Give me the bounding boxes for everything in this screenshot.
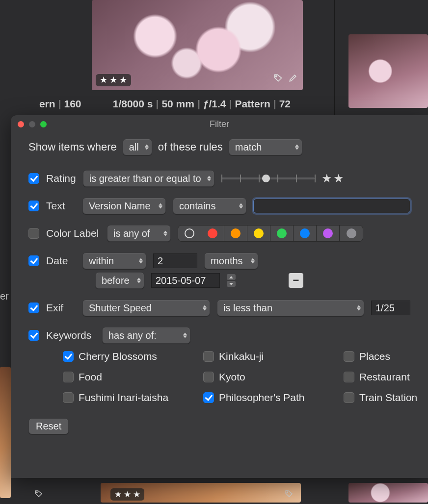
date-op-value: within — [89, 255, 114, 267]
date-value-input[interactable]: 2015-05-07 — [151, 273, 220, 288]
text-field-select[interactable]: Version Name — [82, 198, 166, 214]
panel-title: Filter — [210, 119, 229, 129]
window-minimize-button[interactable] — [29, 121, 35, 127]
quantifier-value: all — [129, 142, 139, 153]
star-icon: ★ — [119, 76, 127, 84]
date-stepper[interactable] — [227, 274, 236, 287]
thumbnail-right[interactable] — [348, 34, 428, 108]
exif-label: Exif — [46, 302, 76, 314]
panel-titlebar: Filter — [11, 115, 428, 133]
keyword-item: Fushimi Inari-taisha — [63, 392, 200, 403]
star-icon: ★ — [333, 172, 344, 185]
rating-overlay: ★ ★ ★ — [96, 74, 131, 86]
chevron-updown-icon — [139, 258, 143, 264]
exif-op-select[interactable]: is less than — [217, 300, 364, 316]
svg-point-2 — [287, 492, 288, 493]
tag-icon[interactable] — [285, 489, 294, 501]
swatch-purple[interactable] — [317, 226, 340, 241]
date-checkbox[interactable] — [28, 255, 39, 266]
keyword-checkbox[interactable] — [344, 372, 354, 382]
thumbnail-main[interactable]: ★ ★ ★ — [92, 0, 303, 90]
star-icon: ★ — [114, 489, 122, 500]
match-mode-value: match — [235, 142, 262, 153]
keywords-checkbox[interactable] — [28, 330, 39, 341]
chevron-updown-icon — [295, 145, 299, 150]
thumb-tag-icon-wrap — [285, 489, 294, 501]
keyword-checkbox[interactable] — [344, 351, 354, 362]
swatch-orange[interactable] — [224, 226, 247, 241]
rating-checkbox[interactable] — [28, 173, 39, 184]
thumbnail-bottom-right[interactable] — [348, 483, 428, 503]
edit-icon[interactable] — [288, 73, 298, 85]
keyword-checkbox[interactable] — [63, 392, 74, 403]
keyword-checkbox[interactable] — [63, 372, 74, 382]
rating-op-value: is greater than or equal to — [89, 173, 201, 184]
date-amount-input[interactable]: 2 — [153, 253, 197, 268]
svg-point-0 — [276, 76, 277, 77]
tag-icon[interactable] — [34, 489, 43, 501]
exif-field-value: Shutter Speed — [89, 302, 152, 314]
remove-rule-button[interactable]: − — [289, 273, 303, 288]
rating-slider[interactable] — [221, 173, 315, 184]
keyword-checkbox[interactable] — [203, 392, 214, 403]
metadata-frag: ern — [39, 98, 55, 109]
exif-field-select[interactable]: Shutter Speed — [82, 300, 210, 316]
text-op-select[interactable]: contains — [173, 198, 246, 214]
exif-checkbox[interactable] — [28, 302, 39, 313]
swatch-blue[interactable] — [294, 226, 317, 241]
star-icon: ★ — [133, 489, 140, 500]
date-unit-value: months — [211, 255, 243, 267]
text-value-input[interactable] — [253, 199, 410, 213]
keywords-op-select[interactable]: has any of: — [102, 327, 190, 344]
chevron-updown-icon — [137, 278, 141, 283]
keyword-label: Kinkaku-ji — [219, 351, 264, 362]
keyword-item: Kyoto — [203, 371, 341, 383]
rule-text: Text Version Name contains — [28, 198, 410, 214]
window-zoom-button[interactable] — [40, 121, 47, 127]
star-icon: ★ — [100, 76, 107, 84]
quantifier-select[interactable]: all — [123, 139, 152, 155]
swatch-red[interactable] — [201, 226, 224, 241]
keyword-checkbox[interactable] — [203, 372, 214, 382]
rule-date-sub: before 2015-05-07 − — [95, 272, 410, 289]
color-label-checkbox[interactable] — [28, 228, 39, 239]
tag-icon[interactable] — [273, 73, 283, 85]
keyword-checkbox[interactable] — [203, 351, 214, 362]
keywords-grid: Cherry BlossomsKinkaku-jiPlacesFoodKyoto… — [63, 351, 410, 403]
stepper-up-icon[interactable] — [227, 274, 236, 280]
keyword-checkbox[interactable] — [344, 392, 354, 403]
thumbnail-bottom-left[interactable] — [0, 367, 11, 498]
keywords-op-value: has any of: — [108, 330, 157, 341]
keyword-label: Kyoto — [219, 371, 245, 383]
rule-keywords: Keywords has any of: — [28, 327, 410, 344]
match-mode-select[interactable]: match — [229, 139, 302, 155]
aperture-value: ƒ/1.4 — [203, 98, 226, 109]
chevron-updown-icon — [163, 231, 167, 236]
swatch-green[interactable] — [270, 226, 294, 241]
text-checkbox[interactable] — [28, 201, 39, 211]
date-op-select[interactable]: within — [82, 252, 146, 269]
keyword-item: Kinkaku-ji — [203, 351, 341, 362]
stepper-down-icon[interactable] — [227, 281, 236, 287]
header-prefix: Show items where — [28, 141, 117, 153]
thumb-tag-icon-wrap — [34, 489, 43, 501]
keywords-label: Keywords — [46, 329, 95, 341]
exif-op-value: is less than — [223, 302, 272, 314]
date-relative-select[interactable]: before — [95, 272, 144, 289]
window-close-button[interactable] — [18, 121, 24, 127]
exif-value-input[interactable]: 1/25 — [371, 301, 410, 315]
color-label-op-select[interactable]: is any of — [107, 225, 171, 242]
color-swatch-group — [178, 225, 363, 242]
keyword-item: Places — [344, 351, 428, 362]
reset-button[interactable]: Reset — [28, 418, 69, 434]
swatch-yellow[interactable] — [247, 226, 270, 241]
keyword-checkbox[interactable] — [63, 351, 74, 362]
color-label-op-value: is any of — [113, 228, 150, 239]
svg-point-1 — [36, 492, 37, 493]
date-unit-select[interactable]: months — [204, 252, 258, 269]
swatch-none[interactable] — [178, 226, 201, 241]
rating-label: Rating — [46, 173, 76, 184]
chevron-updown-icon — [239, 203, 243, 209]
swatch-gray[interactable] — [340, 226, 363, 241]
rating-op-select[interactable]: is greater than or equal to — [83, 170, 214, 187]
